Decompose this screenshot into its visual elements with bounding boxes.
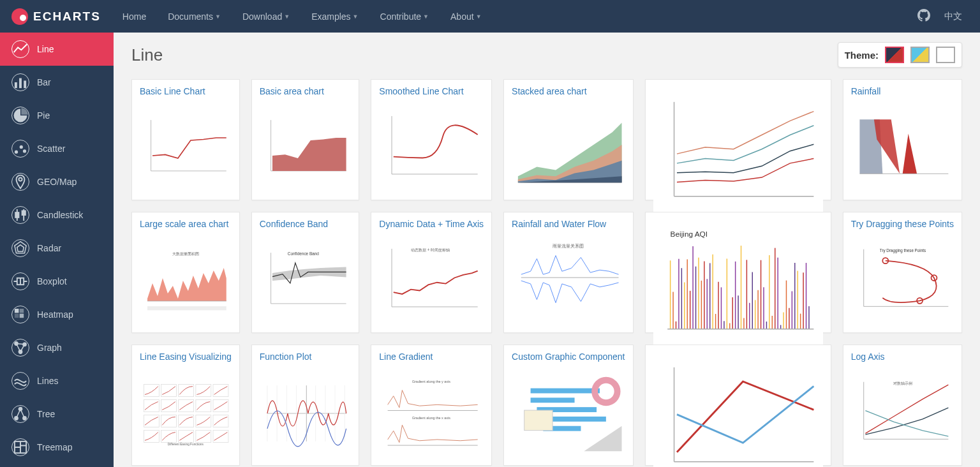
example-card[interactable]: Basic Line Chart bbox=[131, 79, 240, 200]
example-card[interactable]: Beijing AQIBeijing AQI bbox=[645, 212, 831, 333]
svg-rect-19 bbox=[15, 314, 19, 318]
svg-rect-176 bbox=[531, 389, 600, 394]
example-title: Try Dragging these Points bbox=[851, 219, 954, 229]
svg-text:Different Easing Functions: Different Easing Functions bbox=[168, 443, 204, 446]
svg-text:Gradient along the y axis: Gradient along the y axis bbox=[412, 380, 450, 383]
example-title: Large scale area chart bbox=[140, 219, 232, 229]
example-thumbnail: Try Dragging these Points bbox=[851, 234, 954, 327]
theme-selector: Theme: bbox=[838, 42, 962, 68]
theme-swatch-default[interactable] bbox=[885, 47, 904, 63]
example-card[interactable]: Line Easing VisualizingDifferent Easing … bbox=[131, 345, 240, 466]
svg-rect-69 bbox=[379, 243, 484, 318]
nav-label: Home bbox=[122, 11, 146, 22]
example-thumbnail: Gradient along the y axisGradient along … bbox=[379, 367, 484, 460]
sidebar-item-bar[interactable]: Bar bbox=[0, 66, 114, 99]
example-card[interactable]: Basic area chart bbox=[251, 79, 360, 200]
nav-bar: HomeDocuments▼Download▼Examples▼Contribu… bbox=[112, 0, 492, 33]
svg-text:雨量流量关系图: 雨量流量关系图 bbox=[553, 244, 584, 248]
sidebar-item-scatter[interactable]: Scatter bbox=[0, 132, 114, 165]
sidebar-item-label: Bar bbox=[37, 77, 51, 87]
example-thumbnail bbox=[653, 357, 823, 467]
svg-text:Gradient along the x axis: Gradient along the x axis bbox=[412, 416, 450, 420]
sidebar-item-label: Scatter bbox=[37, 144, 65, 154]
svg-point-5 bbox=[23, 149, 26, 152]
nav-about[interactable]: About▼ bbox=[440, 0, 492, 33]
example-thumbnail: 雨量流量关系图 bbox=[512, 234, 625, 327]
sidebar-item-radar[interactable]: Radar bbox=[0, 232, 114, 265]
example-card[interactable]: Line Chart in Cartesian Coordinate Syste… bbox=[645, 345, 831, 466]
example-card[interactable]: Function Plot bbox=[251, 345, 360, 466]
example-card[interactable]: Log Axis对数轴示例 bbox=[843, 345, 962, 466]
logo[interactable]: ECHARTS bbox=[0, 8, 112, 25]
sidebar-item-line[interactable]: Line bbox=[0, 33, 114, 66]
svg-line-31 bbox=[20, 409, 25, 418]
sidebar-item-label: Lines bbox=[37, 376, 58, 386]
nav-label: Examples bbox=[311, 11, 350, 22]
svg-text:Beijing AQI: Beijing AQI bbox=[670, 230, 707, 239]
example-card[interactable]: Stacked Line Chart bbox=[645, 79, 831, 200]
sidebar-item-graph[interactable]: Graph bbox=[0, 331, 114, 364]
example-card[interactable]: Rainfall and Water Flow雨量流量关系图 bbox=[503, 212, 633, 333]
sidebar-item-lines[interactable]: Lines bbox=[0, 364, 114, 397]
svg-rect-0 bbox=[15, 82, 17, 88]
example-thumbnail bbox=[512, 367, 625, 460]
sidebar-item-label: Radar bbox=[37, 243, 61, 253]
sidebar-item-label: Treemap bbox=[37, 442, 73, 452]
example-thumbnail: Beijing AQI bbox=[653, 224, 823, 349]
language-switch[interactable]: 中文 bbox=[944, 11, 962, 22]
treemap-icon bbox=[11, 438, 29, 456]
svg-marker-12 bbox=[17, 245, 24, 251]
nav-examples[interactable]: Examples▼ bbox=[301, 0, 368, 33]
caret-icon: ▼ bbox=[353, 13, 359, 20]
example-card[interactable]: Confidence BandConfidence Band bbox=[251, 212, 360, 333]
sidebar-item-candlestick[interactable]: Candlestick bbox=[0, 198, 114, 232]
nav-label: Download bbox=[242, 11, 282, 22]
svg-rect-73 bbox=[512, 240, 625, 322]
sidebar-item-tree[interactable]: Tree bbox=[0, 397, 114, 431]
example-thumbnail: 动态数据 + 时间坐标轴 bbox=[379, 234, 484, 327]
geomap-icon bbox=[11, 173, 29, 191]
nav-home[interactable]: Home bbox=[112, 0, 156, 33]
svg-text:对数轴示例: 对数轴示例 bbox=[893, 381, 912, 385]
sidebar-item-geomap[interactable]: GEO/Map bbox=[0, 165, 114, 198]
svg-rect-183 bbox=[524, 410, 553, 431]
example-card[interactable]: Try Dragging these PointsTry Dragging th… bbox=[843, 212, 962, 333]
graph-icon bbox=[11, 339, 29, 357]
example-card[interactable]: Dynamic Data + Time Axis动态数据 + 时间坐标轴 bbox=[371, 212, 492, 333]
nav-documents[interactable]: Documents▼ bbox=[158, 0, 231, 33]
caret-icon: ▼ bbox=[284, 13, 290, 20]
example-card[interactable]: Line GradientGradient along the y axisGr… bbox=[371, 345, 492, 466]
sidebar-item-heatmap[interactable]: Heatmap bbox=[0, 298, 114, 331]
example-title: Basic area chart bbox=[260, 86, 352, 96]
svg-line-30 bbox=[17, 409, 21, 418]
logo-icon bbox=[11, 8, 28, 25]
example-card[interactable]: Smoothed Line Chart bbox=[371, 79, 492, 200]
svg-rect-43 bbox=[379, 110, 484, 186]
github-icon[interactable] bbox=[917, 9, 930, 24]
theme-swatch-dark[interactable] bbox=[936, 47, 955, 63]
caret-icon: ▼ bbox=[215, 13, 221, 20]
svg-text:大数据量面积图: 大数据量面积图 bbox=[172, 252, 199, 256]
example-card[interactable]: Stacked area chart bbox=[503, 79, 633, 200]
example-card[interactable]: Rainfall bbox=[843, 79, 962, 200]
sidebar-item-boxplot[interactable]: Boxplot bbox=[0, 265, 114, 298]
nav-contribute[interactable]: Contribute▼ bbox=[370, 0, 440, 33]
example-thumbnail: Confidence Band bbox=[260, 234, 352, 327]
svg-point-6 bbox=[19, 178, 22, 181]
sidebar-item-treemap[interactable]: Treemap bbox=[0, 431, 114, 464]
sidebar-item-pie[interactable]: Pie bbox=[0, 99, 114, 132]
example-thumbnail bbox=[260, 367, 352, 460]
svg-rect-2 bbox=[24, 80, 26, 88]
example-title: Rainfall bbox=[851, 86, 954, 96]
example-grid: Basic Line ChartBasic area chartSmoothed… bbox=[131, 79, 962, 466]
nav-label: Contribute bbox=[380, 11, 422, 22]
example-card[interactable]: Large scale area chart大数据量面积图 bbox=[131, 212, 240, 333]
theme-swatch-light[interactable] bbox=[910, 47, 930, 63]
example-card[interactable]: Custom Graphic Component bbox=[503, 345, 633, 466]
example-thumbnail: Different Easing Functions bbox=[140, 367, 232, 460]
scatter-icon bbox=[11, 140, 29, 158]
svg-text:Try Dragging these Points: Try Dragging these Points bbox=[879, 248, 925, 253]
caret-icon: ▼ bbox=[423, 13, 429, 20]
line-icon bbox=[11, 40, 29, 58]
nav-download[interactable]: Download▼ bbox=[232, 0, 300, 33]
